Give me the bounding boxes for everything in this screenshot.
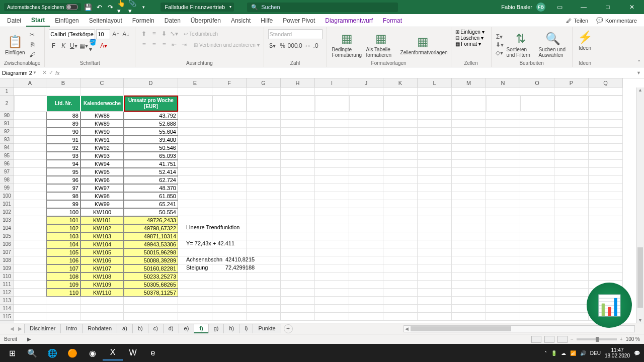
- cell[interactable]: [418, 128, 452, 136]
- undo-icon[interactable]: ↶: [95, 3, 103, 11]
- cell[interactable]: 88: [46, 112, 80, 120]
- cell[interactable]: [247, 313, 281, 321]
- cell[interactable]: [178, 120, 212, 128]
- cell[interactable]: [589, 120, 623, 128]
- cell[interactable]: [247, 87, 281, 96]
- cell[interactable]: [452, 248, 486, 256]
- col-header-K[interactable]: K: [383, 78, 418, 87]
- cell[interactable]: [486, 128, 520, 136]
- cell[interactable]: 43.792: [124, 112, 178, 120]
- share-button[interactable]: 🖉Teilen: [563, 17, 591, 25]
- cell[interactable]: Kalenderwoche: [80, 96, 124, 112]
- cell-styles-button[interactable]: ▦Zellenformatvorlagen: [399, 34, 447, 56]
- row-header[interactable]: 99: [0, 184, 14, 192]
- pin-icon[interactable]: 📎▾: [128, 3, 136, 11]
- select-all-corner[interactable]: [0, 78, 14, 87]
- cell[interactable]: [418, 184, 452, 192]
- cell[interactable]: [247, 200, 281, 208]
- cell[interactable]: [383, 192, 418, 200]
- row-header[interactable]: 110: [0, 273, 14, 281]
- cell[interactable]: 39.400: [124, 136, 178, 144]
- cell[interactable]: [383, 232, 418, 240]
- cell[interactable]: [349, 297, 383, 305]
- cell[interactable]: 104: [46, 240, 80, 248]
- cell[interactable]: [14, 176, 46, 184]
- cell[interactable]: [212, 297, 247, 305]
- cell[interactable]: [452, 160, 486, 168]
- cell[interactable]: 102: [46, 224, 80, 232]
- col-header-H[interactable]: H: [281, 78, 315, 87]
- cell[interactable]: [281, 136, 315, 144]
- cell[interactable]: [247, 273, 281, 281]
- cell[interactable]: [418, 305, 452, 313]
- cell[interactable]: [247, 128, 281, 136]
- cell[interactable]: 106: [46, 256, 80, 264]
- cell[interactable]: KW100: [80, 208, 124, 216]
- cell[interactable]: [14, 128, 46, 136]
- cell[interactable]: [452, 289, 486, 297]
- cell[interactable]: KW109: [80, 281, 124, 289]
- cell[interactable]: [554, 112, 589, 120]
- cell[interactable]: [383, 200, 418, 208]
- cell[interactable]: [315, 289, 349, 297]
- cell[interactable]: [486, 152, 520, 160]
- row-header[interactable]: 96: [0, 160, 14, 168]
- cell[interactable]: KW90: [80, 128, 124, 136]
- cloud-icon[interactable]: ☁: [561, 350, 566, 356]
- cell[interactable]: [554, 256, 589, 264]
- cell[interactable]: [178, 200, 212, 208]
- cell[interactable]: 49798,67322: [124, 224, 178, 232]
- accept-formula-icon[interactable]: ✓: [49, 69, 53, 76]
- col-header-Q[interactable]: Q: [589, 78, 623, 87]
- cell[interactable]: [14, 112, 46, 120]
- cell[interactable]: [589, 144, 623, 152]
- cell[interactable]: [383, 313, 418, 321]
- cell[interactable]: [589, 240, 623, 248]
- cell[interactable]: [281, 208, 315, 216]
- cell[interactable]: [14, 297, 46, 305]
- row-header[interactable]: 90: [0, 112, 14, 120]
- cell[interactable]: [212, 176, 247, 184]
- cell[interactable]: [520, 273, 554, 281]
- row-header[interactable]: 104: [0, 224, 14, 232]
- cell[interactable]: [281, 184, 315, 192]
- cell[interactable]: [418, 152, 452, 160]
- scrollbar-thumb[interactable]: [637, 247, 643, 308]
- cell[interactable]: [554, 289, 589, 297]
- cell[interactable]: [247, 224, 281, 232]
- cell[interactable]: [349, 144, 383, 152]
- cell[interactable]: [554, 192, 589, 200]
- cell[interactable]: [349, 184, 383, 192]
- cell[interactable]: [486, 120, 520, 128]
- ribbon-mode-icon[interactable]: ▭: [549, 0, 570, 14]
- tray-up-icon[interactable]: ˄: [544, 350, 547, 356]
- row-header[interactable]: 114: [0, 305, 14, 313]
- cell[interactable]: [554, 264, 589, 273]
- wifi-icon[interactable]: 📶: [570, 350, 576, 356]
- col-header-G[interactable]: G: [247, 78, 281, 87]
- percent-icon[interactable]: %: [278, 41, 287, 50]
- cell[interactable]: [418, 168, 452, 176]
- cell[interactable]: [486, 168, 520, 176]
- cell[interactable]: [554, 232, 589, 240]
- cell[interactable]: [520, 120, 554, 128]
- cell[interactable]: [281, 160, 315, 168]
- cell[interactable]: [281, 128, 315, 136]
- cell[interactable]: 50088,39289: [124, 256, 178, 264]
- cell[interactable]: [418, 192, 452, 200]
- cell[interactable]: KW104: [80, 240, 124, 248]
- cell[interactable]: [124, 87, 178, 96]
- cell[interactable]: 90: [46, 128, 80, 136]
- align-middle-icon[interactable]: ≡: [149, 29, 158, 38]
- cell[interactable]: [554, 248, 589, 256]
- cell[interactable]: [349, 87, 383, 96]
- cell[interactable]: [247, 120, 281, 128]
- cell[interactable]: [486, 144, 520, 152]
- cell[interactable]: [14, 256, 46, 264]
- cell[interactable]: [520, 264, 554, 273]
- cell[interactable]: 50015,96298: [124, 248, 178, 256]
- cell[interactable]: [418, 224, 452, 232]
- edge-icon[interactable]: e: [143, 345, 163, 360]
- cell[interactable]: [247, 168, 281, 176]
- cell[interactable]: [14, 152, 46, 160]
